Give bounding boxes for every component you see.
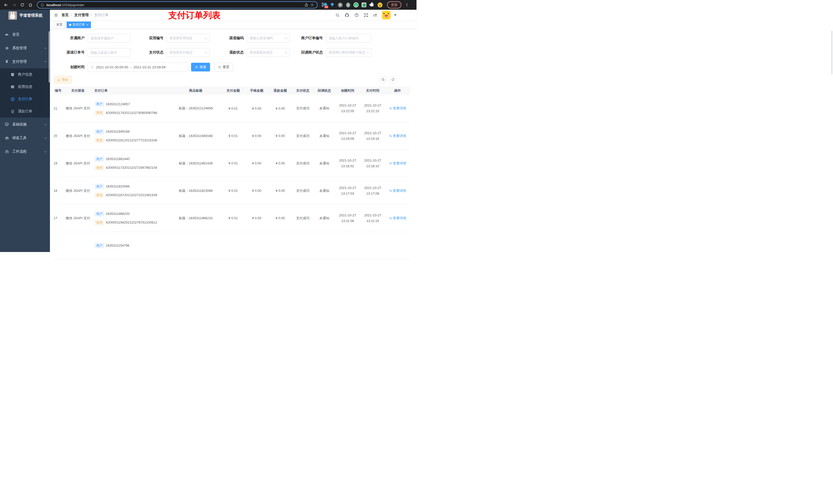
action-cell (385, 232, 410, 252)
merchant-tag: 商户 (95, 243, 104, 248)
bookmark-star-icon[interactable]: ☆ (310, 3, 314, 7)
view-detail-link[interactable]: 查看详情 (389, 216, 406, 220)
column-header-3: 商品标题 (170, 87, 221, 95)
sidebar-item-system[interactable]: 系统管理 (0, 41, 50, 55)
user-avatar[interactable] (382, 11, 390, 20)
chevron-down-icon (205, 37, 207, 39)
pay-status-select[interactable]: 请选择支付状态 (166, 48, 210, 57)
browser-home-button[interactable] (27, 2, 34, 8)
github-icon[interactable] (344, 13, 349, 18)
notify-status-cell: 未通知 (313, 122, 335, 149)
view-detail-link[interactable]: 查看详情 (389, 189, 406, 193)
date-start-value: 2021-10-01 00:00:00 (96, 65, 128, 69)
merchant-order-no-input[interactable] (326, 34, 372, 43)
browser-update-button[interactable]: 更新 (387, 1, 401, 8)
refresh-table-button[interactable] (389, 76, 397, 83)
app-id-label: 应用编号 (148, 36, 166, 41)
recorder-extension-icon[interactable] (346, 2, 351, 7)
sidebar-item-app-info[interactable]: 应用信息 (0, 81, 50, 93)
browser-menu-icon[interactable]: ⋮ (405, 3, 409, 7)
fee-amount-cell: ¥ 0.00 (245, 205, 268, 232)
browser-reload-button[interactable] (19, 2, 26, 8)
tab-home[interactable]: 首页 (54, 22, 65, 28)
app-id-select[interactable]: 请选择应用信息 (166, 34, 210, 43)
create-time-label: 创建时间 (54, 65, 88, 69)
fullscreen-icon[interactable] (364, 13, 368, 18)
browser-forward-button[interactable] (11, 2, 18, 8)
pay-channel-cell (63, 232, 93, 252)
sidebar-item-pay-order[interactable]: ¥ 支付订单 (0, 93, 50, 105)
notify-status-cell (313, 232, 335, 252)
pay-order-cell: 商户1635311823086支付42000011672021102710224… (93, 177, 170, 205)
search-button[interactable]: 搜索 (191, 63, 210, 71)
address-bar[interactable]: localhost:1024/pay/order ☆ (37, 1, 318, 8)
view-detail-link[interactable]: 查看详情 (389, 106, 406, 111)
order-row-0: 21微信 JSAPI 支付商户1635312124657支付4200001174… (54, 95, 410, 122)
channel-code-select[interactable]: 请输入渠道编码 (247, 34, 290, 43)
chevron-down-icon (205, 51, 207, 53)
column-header-8: 回调状态 (313, 87, 335, 95)
merchant-tag: 商户 (95, 211, 104, 216)
created-time-cell: 2021-10-2713:22:05 (335, 95, 360, 122)
sidebar-scrollbar[interactable] (49, 31, 50, 82)
chevron-down-icon (285, 51, 287, 53)
document-icon (10, 110, 15, 114)
breadcrumb-current: 支付订单 (94, 13, 109, 18)
share-icon[interactable] (304, 3, 308, 7)
sidebar-item-payment[interactable]: ¥ 支付管理 (0, 55, 50, 68)
extensions-row: 10 ⌘ y (322, 2, 382, 7)
fee-amount-cell: ¥ 0.00 (245, 122, 268, 149)
pay-order-no: 4200001173202110272847982104 (106, 166, 157, 170)
show-search-toggle-button[interactable] (380, 76, 387, 83)
avatar-caret-icon[interactable] (394, 14, 397, 16)
column-header-5: 手续金额 (245, 87, 268, 95)
order-id-cell: 20 (54, 122, 63, 149)
create-time-range-picker[interactable]: 2021-10-01 00:00:00 - 2021-10-31 23:59:5… (88, 63, 188, 72)
created-time-cell: 2021-10-2713:19:09 (335, 122, 360, 149)
profile-avatar-icon[interactable] (377, 2, 382, 7)
app-logo[interactable]: 芋道管理系统 (0, 10, 50, 21)
chevron-down-icon (44, 136, 47, 139)
sidebar-item-workflow[interactable]: 工作流程 (0, 145, 50, 158)
breadcrumb-payment[interactable]: 支付管理 (74, 13, 89, 18)
refund-amount-cell: ¥ 0.00 (268, 95, 292, 122)
puzzle-extensions-icon[interactable] (370, 2, 375, 7)
sidebar-item-refund-order[interactable]: 退款订单 (0, 105, 50, 118)
close-tab-icon[interactable]: × (87, 23, 88, 27)
column-header-6: 退款金额 (268, 87, 292, 95)
search-icon[interactable] (335, 13, 340, 18)
sidebar-item-dev-tools[interactable]: 研发工具 (0, 131, 50, 145)
merchant-input[interactable] (88, 34, 130, 43)
reset-button[interactable]: 重置 (214, 63, 233, 71)
sidebar-item-home[interactable]: 首页 (0, 28, 50, 41)
sidebar-item-merchant-info[interactable]: 商户信息 (0, 68, 50, 81)
chat-extension-icon[interactable] (361, 2, 366, 7)
refund-status-select[interactable]: 请选择退款状态 (247, 48, 290, 57)
font-size-icon[interactable]: TT (373, 13, 377, 18)
browser-back-button[interactable] (3, 2, 9, 8)
view-detail-link[interactable]: 查看详情 (389, 161, 406, 166)
channel-order-no-input[interactable] (88, 48, 130, 57)
y-extension-icon[interactable]: y (354, 2, 359, 7)
chevron-down-icon (285, 37, 287, 39)
gem-extension-icon[interactable] (330, 2, 335, 7)
breadcrumb-home[interactable]: 首页 (62, 13, 69, 18)
column-header-11: 操作 (385, 87, 410, 95)
export-button[interactable]: 导出 (54, 76, 72, 83)
help-icon[interactable] (354, 13, 359, 18)
view-detail-link[interactable]: 查看详情 (389, 134, 406, 138)
screener-extension-icon[interactable]: 10 (322, 2, 327, 7)
yen-circle-icon: ¥ (10, 97, 15, 101)
sidebar-fold-icon[interactable] (50, 13, 62, 18)
fee-amount-cell: ¥ 0.00 (245, 95, 268, 122)
sidebar-item-infra[interactable]: 基础设施 (0, 118, 50, 131)
tab-pay-order[interactable]: 支付订单 × (67, 22, 91, 28)
product-title-cell: 标题：1635312124656 (170, 95, 221, 122)
site-info-icon[interactable] (41, 3, 44, 7)
pay-amount-cell: ¥ 0.01 (221, 205, 245, 232)
pay-order-cell: 商户1635311468233支付42000011942021102767521… (93, 205, 170, 232)
command-extension-icon[interactable]: ⌘ (338, 2, 343, 7)
notify-status-select[interactable]: 请选择订单回调商户状态 (326, 48, 372, 57)
browser-chrome: localhost:1024/pay/order ☆ 10 ⌘ y 更新 ⋮ (0, 0, 416, 10)
merchant-order-no: 1635312124657 (106, 102, 130, 106)
